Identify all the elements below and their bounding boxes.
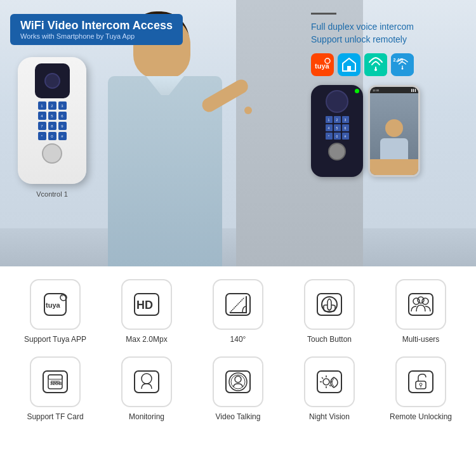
feature-icon-night-vision — [304, 356, 355, 407]
wifi-icon — [364, 53, 387, 76]
feature-label-tuya: Support Tuya APP — [24, 335, 86, 345]
svg-point-36 — [323, 379, 329, 385]
svg-point-20 — [413, 298, 420, 304]
svg-point-34 — [231, 375, 245, 389]
home-logo-svg — [339, 55, 359, 75]
24ghz-logo-svg: 2.4G — [391, 53, 414, 76]
users-feature-svg — [405, 289, 437, 320]
device-keypad: 1 2 3 4 5 6 7 8 9 * 0 # — [38, 101, 67, 140]
night-feature-svg — [314, 366, 345, 398]
features-section: tuya Support Tuya APP HD Max 2.0Mpx — [0, 266, 476, 440]
feature-label-video-talking: Video Talking — [216, 412, 261, 422]
feature-icon-video-talking — [213, 356, 263, 407]
svg-rect-29 — [135, 371, 159, 393]
product-bell-button — [328, 143, 346, 160]
monitoring-feature-svg — [131, 366, 162, 398]
device-camera — [35, 63, 70, 98]
feature-touch: Touch Button — [287, 279, 372, 345]
angle-feature-svg — [222, 289, 254, 320]
feature-label-tf-card: Support TF Card — [27, 412, 83, 422]
feature-icon-touch — [304, 279, 355, 330]
smart-home-icon — [338, 53, 360, 76]
feature-users: Multi-users — [378, 279, 463, 345]
svg-point-7 — [374, 68, 377, 71]
feature-hd: HD Max 2.0Mpx — [104, 279, 189, 345]
wifi-logo-svg — [364, 53, 387, 76]
svg-line-42 — [329, 385, 331, 386]
svg-text:tuya: tuya — [46, 301, 61, 309]
phone-person-head — [385, 119, 403, 137]
feature-icon-remote-unlock — [395, 356, 446, 407]
product-camera-lens — [326, 90, 348, 113]
svg-point-10 — [402, 68, 404, 70]
hero-subtitle: Works with Smartphone by Tuya App — [20, 32, 173, 40]
title-banner: WiFi Video Intercom Access Works with Sm… — [10, 14, 183, 45]
feature-icon-angle — [213, 279, 263, 330]
tuya-feature-svg: tuya — [39, 289, 71, 320]
svg-rect-5 — [347, 66, 351, 71]
product-phone: 12:30 ▐▐▐ — [368, 85, 420, 177]
hand-holding-phone — [368, 159, 420, 177]
device-label: Vcontrol 1 — [18, 190, 86, 198]
feature-label-touch: Touch Button — [307, 335, 352, 345]
feature-icon-users — [395, 279, 446, 330]
svg-rect-44 — [416, 381, 426, 389]
feature-night-vision: Night Vision — [287, 356, 372, 422]
features-row-1: tuya Support Tuya APP HD Max 2.0Mpx — [13, 279, 463, 345]
decorative-line — [311, 13, 336, 15]
device-bell-button — [42, 143, 62, 164]
device-lens — [44, 73, 60, 89]
feature-label-hd: Max 2.0Mpx — [126, 335, 167, 345]
feature-label-remote-unlock: Remote Unlocking — [390, 412, 452, 422]
hero-description: Full duplex voice intercom Support unloc… — [311, 21, 463, 46]
feature-remote-unlock: Remote Unlocking — [378, 356, 463, 422]
tuya-logo-svg: tuya — [312, 55, 333, 75]
feature-icon-hd: HD — [121, 279, 172, 330]
svg-line-41 — [322, 377, 323, 379]
feature-icon-tf-card: 32GB — [30, 356, 81, 407]
app-icons-row: tuya 2 — [311, 53, 463, 76]
feature-video-talking: Video Talking — [195, 356, 281, 422]
shirt-collar — [146, 76, 184, 95]
feature-icon-tuya: tuya — [30, 279, 81, 330]
device-indicator-led — [355, 89, 359, 93]
feature-tuya-app: tuya Support Tuya APP — [13, 279, 98, 345]
touch-feature-svg — [314, 289, 345, 320]
product-keypad: 1 2 3 4 5 6 * 0 # — [326, 116, 349, 140]
svg-text:HD: HD — [136, 299, 153, 311]
feature-icon-monitoring — [121, 356, 172, 407]
svg-point-32 — [229, 373, 247, 391]
svg-rect-26 — [48, 375, 62, 379]
right-panel: Full duplex voice intercom Support unloc… — [311, 13, 463, 177]
unlock-feature-svg — [405, 366, 437, 398]
feature-label-night-vision: Night Vision — [309, 412, 350, 422]
person-finger — [244, 107, 252, 114]
feature-label-angle: 140° — [230, 335, 246, 345]
hd-feature-svg: HD — [131, 289, 162, 320]
svg-point-45 — [420, 383, 422, 386]
feature-label-monitoring: Monitoring — [129, 412, 164, 422]
feature-label-users: Multi-users — [402, 335, 440, 345]
product-device-black: 1 2 3 4 5 6 * 0 # — [311, 85, 363, 177]
hero-title: WiFi Video Intercom Access — [20, 19, 173, 32]
tfcard-feature-svg: 32GB — [39, 366, 71, 398]
svg-rect-6 — [364, 53, 387, 76]
24ghz-wifi-icon: 2.4G — [391, 53, 414, 76]
svg-point-30 — [142, 374, 152, 384]
wall-device: 1 2 3 4 5 6 7 8 9 * 0 # Vcontrol 1 — [18, 57, 86, 184]
tuya-icon: tuya — [311, 53, 334, 76]
features-row-2: 32GB Support TF Card Monitoring — [13, 356, 463, 422]
videotalk-feature-svg — [222, 366, 254, 398]
hero-section: 1 2 3 4 5 6 7 8 9 * 0 # Vcontrol 1 WiFi … — [0, 0, 476, 266]
feature-tf-card: 32GB Support TF Card — [13, 356, 98, 422]
feature-angle: 140° — [195, 279, 281, 345]
phone-statusbar: 12:30 ▐▐▐ — [370, 87, 418, 93]
feature-monitoring: Monitoring — [104, 356, 189, 422]
product-preview: 1 2 3 4 5 6 * 0 # 12:30 ▐▐▐ — [311, 85, 463, 177]
svg-point-21 — [422, 298, 428, 304]
svg-point-22 — [418, 297, 424, 303]
svg-point-33 — [235, 376, 241, 382]
